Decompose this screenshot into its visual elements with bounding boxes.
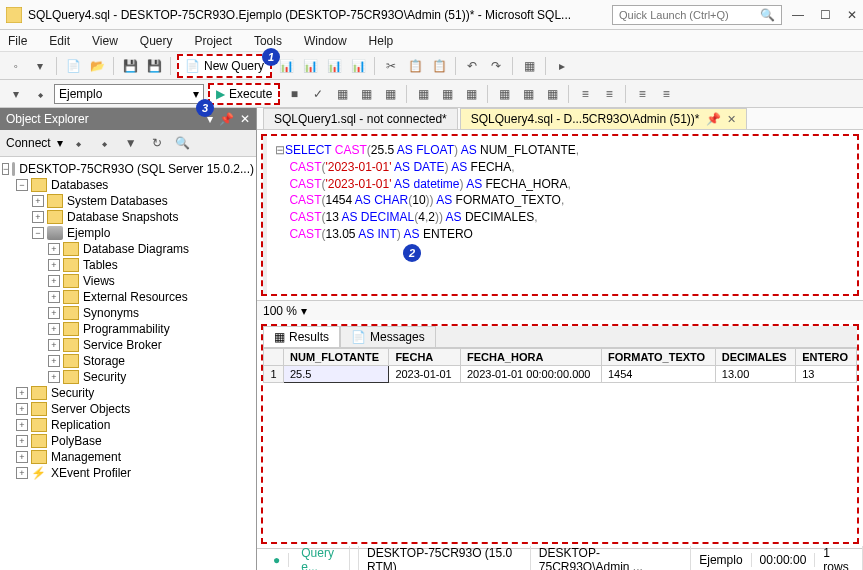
oe-tb-2[interactable]: ⬥ [95,133,115,153]
new-item-button[interactable]: 📄 [63,56,83,76]
tb2-icon-4[interactable]: ▦ [356,84,376,104]
menu-query[interactable]: Query [136,32,177,50]
menu-help[interactable]: Help [365,32,398,50]
tree-node-polybase[interactable]: +PolyBase [2,433,254,449]
tree-node-server-objects[interactable]: +Server Objects [2,401,254,417]
tb2-icon-7[interactable]: ▦ [437,84,457,104]
indent-button[interactable]: ≡ [632,84,652,104]
tree-node-databases[interactable]: −Databases [2,177,254,193]
tree-node-views[interactable]: +Views [2,273,254,289]
minimize-button[interactable]: — [792,8,804,22]
close-icon[interactable]: ✕ [240,112,250,126]
col-header[interactable]: FECHA_HORA [460,349,601,366]
quick-launch-input[interactable] [619,9,760,21]
zoom-value[interactable]: 100 % [263,304,297,318]
object-explorer-tree[interactable]: −DESKTOP-75CR93O (SQL Server 15.0.2...) … [0,157,256,570]
document-tab-2[interactable]: SQLQuery4.sql - D...5CR93O\Admin (51))* … [460,108,747,129]
chevron-down-icon[interactable]: ▾ [301,304,307,318]
database-selector[interactable]: Ejemplo ▾ [54,84,204,104]
tb2-icon-9[interactable]: ▦ [494,84,514,104]
col-header[interactable]: DECIMALES [715,349,795,366]
tree-node-server[interactable]: −DESKTOP-75CR93O (SQL Server 15.0.2...) [2,161,254,177]
cell[interactable]: 25.5 [284,366,389,383]
tree-node-security[interactable]: +Security [2,385,254,401]
tree-node-programmability[interactable]: +Programmability [2,321,254,337]
pin-icon[interactable]: 📌 [219,112,234,126]
document-tab-1[interactable]: SQLQuery1.sql - not connected* [263,108,458,129]
tb-icon-3[interactable]: 📊 [324,56,344,76]
oe-tb-1[interactable]: ⬥ [69,133,89,153]
cut-button[interactable]: ✂ [381,56,401,76]
cell[interactable]: 13 [796,366,857,383]
save-button[interactable]: 💾 [120,56,140,76]
tree-node-db-diagrams[interactable]: +Database Diagrams [2,241,254,257]
tree-node-management[interactable]: +Management [2,449,254,465]
undo-button[interactable]: ↶ [462,56,482,76]
parse-button[interactable]: ✓ [308,84,328,104]
tb2-icon-5[interactable]: ▦ [380,84,400,104]
tb2-icon-3[interactable]: ▦ [332,84,352,104]
cell[interactable]: 13.00 [715,366,795,383]
quick-launch[interactable]: 🔍 [612,5,782,25]
menu-project[interactable]: Project [191,32,236,50]
col-header[interactable]: NUM_FLOTANTE [284,349,389,366]
messages-tab[interactable]: 📄 Messages [340,326,436,348]
tree-node-service-broker[interactable]: +Service Broker [2,337,254,353]
tb2-icon-10[interactable]: ▦ [518,84,538,104]
menu-tools[interactable]: Tools [250,32,286,50]
tree-node-db-snapshots[interactable]: +Database Snapshots [2,209,254,225]
cell[interactable]: 1454 [602,366,716,383]
save-all-button[interactable]: 💾 [144,56,164,76]
sql-editor[interactable]: ⊟SELECT CAST(25.5 AS FLOAT) AS NUM_FLOTA… [263,136,857,294]
oe-tb-4[interactable]: ↻ [147,133,167,153]
tree-node-security-db[interactable]: +Security [2,369,254,385]
menu-view[interactable]: View [88,32,122,50]
menu-edit[interactable]: Edit [45,32,74,50]
tree-node-replication[interactable]: +Replication [2,417,254,433]
tb2-icon-1[interactable]: ▾ [6,84,26,104]
nav-fwd-button[interactable]: ▾ [30,56,50,76]
cell[interactable]: 2023-01-01 00:00:00.000 [460,366,601,383]
tree-node-tables[interactable]: +Tables [2,257,254,273]
new-query-button[interactable]: 📄 New Query 1 [177,54,272,78]
tb2-icon-2[interactable]: ⬥ [30,84,50,104]
copy-button[interactable]: 📋 [405,56,425,76]
oe-tb-3[interactable]: ▼ [121,133,141,153]
close-tab-icon[interactable]: ✕ [727,113,736,126]
tb2-icon-11[interactable]: ▦ [542,84,562,104]
comment-button[interactable]: ≡ [575,84,595,104]
tb-icon-6[interactable]: ▸ [552,56,572,76]
oe-tb-5[interactable]: 🔍 [173,133,193,153]
stop-button[interactable]: ■ [284,84,304,104]
menu-window[interactable]: Window [300,32,351,50]
menu-file[interactable]: File [4,32,31,50]
open-button[interactable]: 📂 [87,56,107,76]
execute-button[interactable]: ▶ Execute 3 [208,83,280,105]
chevron-down-icon[interactable]: ▾ [57,136,63,150]
maximize-button[interactable]: ☐ [820,8,831,22]
tree-node-xevent[interactable]: +⚡XEvent Profiler [2,465,254,481]
results-tab[interactable]: ▦ Results [263,326,340,348]
col-header[interactable]: FORMATO_TEXTO [602,349,716,366]
uncomment-button[interactable]: ≡ [599,84,619,104]
tree-node-synonyms[interactable]: +Synonyms [2,305,254,321]
results-grid[interactable]: NUM_FLOTANTE FECHA FECHA_HORA FORMATO_TE… [263,348,857,542]
outdent-button[interactable]: ≡ [656,84,676,104]
tb-icon-4[interactable]: 📊 [348,56,368,76]
redo-button[interactable]: ↷ [486,56,506,76]
tree-node-system-db[interactable]: +System Databases [2,193,254,209]
close-button[interactable]: ✕ [847,8,857,22]
pin-icon[interactable]: 📌 [706,112,721,126]
tb-icon-2[interactable]: 📊 [300,56,320,76]
connect-button[interactable]: Connect [6,136,51,150]
tree-node-ext-res[interactable]: +External Resources [2,289,254,305]
tb2-icon-6[interactable]: ▦ [413,84,433,104]
tb2-icon-8[interactable]: ▦ [461,84,481,104]
tb-icon-5[interactable]: ▦ [519,56,539,76]
tree-node-storage[interactable]: +Storage [2,353,254,369]
nav-back-button[interactable]: ◦ [6,56,26,76]
col-header[interactable]: ENTERO [796,349,857,366]
table-row[interactable]: 1 25.5 2023-01-01 2023-01-01 00:00:00.00… [264,366,857,383]
col-header[interactable]: FECHA [389,349,461,366]
paste-button[interactable]: 📋 [429,56,449,76]
